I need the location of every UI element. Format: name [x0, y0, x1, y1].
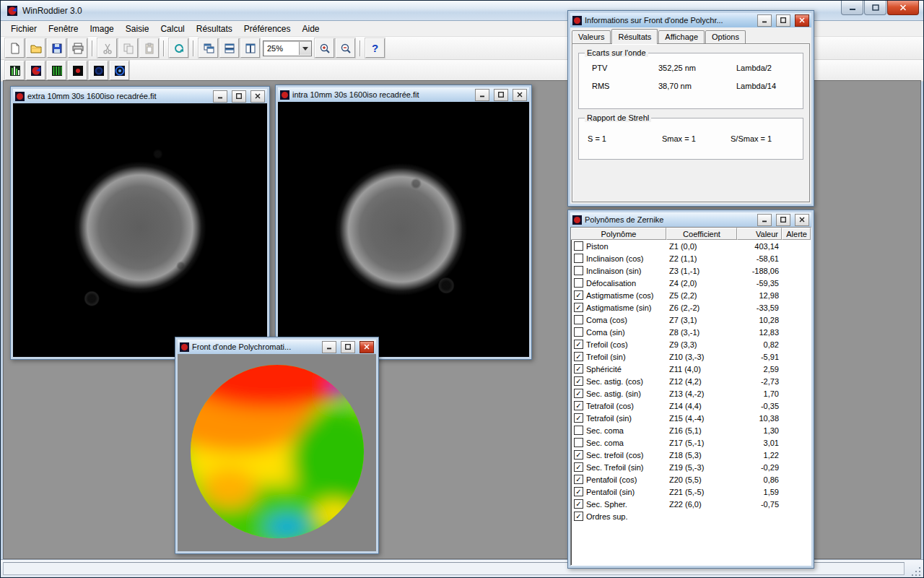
wavefront-maximize-button[interactable]	[341, 341, 355, 353]
histogram-tool-button[interactable]	[5, 61, 25, 80]
info-close-button[interactable]	[795, 14, 809, 27]
zernike-row[interactable]: ✓Tetrafoil (sin)Z15 (4,-4)10,38	[571, 412, 811, 424]
zernike-row[interactable]: Sec. comaZ16 (5,1)1,30	[571, 424, 811, 436]
column-header-coefficient[interactable]: Coefficient	[666, 228, 737, 240]
zernike-row[interactable]: ✓Sec. trefoil (cos)Z18 (5,3)1,22	[571, 449, 811, 461]
zernike-checkbox[interactable]	[574, 241, 583, 251]
zernike-row[interactable]: Sec. comaZ17 (5,-1)3,01	[571, 436, 811, 449]
zernike-checkbox[interactable]: ✓	[574, 352, 583, 361]
zernike-row[interactable]: ✓Pentafoil (cos)Z20 (5,5)0,86	[571, 473, 811, 486]
zernike-row[interactable]: PistonZ1 (0,0)403,14	[571, 240, 811, 252]
zernike-checkbox[interactable]: ✓	[574, 487, 583, 496]
extra-maximize-button[interactable]	[232, 90, 246, 103]
intra-maximize-button[interactable]	[494, 89, 508, 101]
zernike-maximize-button[interactable]	[776, 214, 790, 226]
extra-close-button[interactable]	[250, 90, 265, 103]
zoom-out-button[interactable]	[336, 38, 355, 58]
column-header-alerte[interactable]: Alerte	[782, 228, 811, 240]
zernike-row[interactable]: DéfocalisationZ4 (2,0)-59,35	[571, 277, 811, 289]
zernike-checkbox[interactable]	[574, 438, 583, 447]
stripes-tool-button[interactable]	[47, 61, 66, 80]
intra-close-button[interactable]	[513, 89, 527, 101]
zernike-checkbox[interactable]: ✓	[574, 290, 583, 300]
zernike-checkbox[interactable]: ✓	[574, 462, 583, 472]
zernike-row[interactable]: ✓Ordres sup.	[571, 510, 811, 522]
zernike-checkbox[interactable]: ✓	[574, 303, 583, 312]
zoom-combobox[interactable]: 25%	[263, 40, 312, 56]
info-minimize-button[interactable]	[757, 14, 772, 27]
zernike-row[interactable]: Coma (sin)Z8 (3,-1)12,83	[571, 326, 811, 338]
cut-button[interactable]	[97, 38, 117, 58]
save-button[interactable]	[47, 38, 66, 58]
new-button[interactable]	[5, 38, 25, 58]
menu-calcul[interactable]: Calcul	[154, 22, 190, 35]
zernike-checkbox[interactable]	[574, 266, 583, 275]
tab-options[interactable]: Options	[705, 30, 746, 43]
zernike-minimize-button[interactable]	[757, 214, 772, 226]
resize-grip[interactable]	[912, 566, 922, 576]
zernike-checkbox[interactable]: ✓	[574, 340, 583, 349]
roddier-tool-button[interactable]	[26, 61, 45, 80]
zernike-checkbox[interactable]: ✓	[574, 413, 583, 423]
zernike-checkbox[interactable]: ✓	[574, 475, 583, 484]
zernike-checkbox[interactable]	[574, 278, 583, 288]
defocus-image-tool-button[interactable]	[89, 61, 108, 80]
zernike-checkbox[interactable]	[574, 254, 583, 263]
zernike-checkbox[interactable]	[574, 426, 583, 435]
copy-button[interactable]	[118, 38, 138, 58]
cascade-windows-button[interactable]	[199, 38, 218, 58]
zoom-in-button[interactable]	[315, 38, 334, 58]
tab-affichage[interactable]: Affichage	[658, 30, 705, 43]
tile-vertical-button[interactable]	[240, 38, 260, 58]
zernike-row[interactable]: ✓Astigmatisme (cos)Z5 (2,2)12,98	[571, 289, 811, 301]
combo-dropdown-arrow-icon[interactable]	[299, 42, 311, 55]
zernike-checkbox[interactable]: ✓	[574, 364, 583, 374]
print-button[interactable]	[68, 38, 87, 58]
open-button[interactable]	[26, 38, 45, 58]
menu-resultats[interactable]: Résultats	[191, 22, 238, 35]
zernike-row[interactable]: ✓SphéricitéZ11 (4,0)2,59	[571, 363, 811, 375]
wavefront-titlebar[interactable]: Front d'onde Polychromati...	[178, 340, 376, 354]
intra-titlebar[interactable]: intra 10mm 30s 1600iso recadrée.fit	[278, 87, 529, 102]
help-button[interactable]: ?	[365, 38, 385, 58]
zernike-titlebar[interactable]: Polynômes de Zernike	[570, 212, 811, 227]
zernike-row[interactable]: ✓Sec. astig. (sin)Z13 (4,-2)1,70	[571, 387, 811, 400]
zernike-row[interactable]: ✓Pentafoil (sin)Z21 (5,-5)1,59	[571, 486, 811, 498]
wavefront-close-button[interactable]	[359, 341, 374, 353]
zernike-close-button[interactable]	[795, 214, 809, 226]
zernike-checkbox[interactable]: ✓	[574, 512, 583, 521]
wavefront-minimize-button[interactable]	[322, 341, 336, 353]
zernike-checkbox[interactable]	[574, 327, 583, 337]
zernike-row[interactable]: ✓Tetrafoil (cos)Z14 (4,4)-0,35	[571, 400, 811, 412]
menu-preferences[interactable]: Préférences	[238, 22, 297, 35]
menu-saisie[interactable]: Saisie	[120, 22, 155, 35]
extra-titlebar[interactable]: extra 10mm 30s 1600iso recadrée.fit	[13, 89, 267, 103]
spot-tool-button[interactable]	[68, 61, 87, 80]
intra-minimize-button[interactable]	[475, 89, 489, 101]
menu-fichier[interactable]: Fichier	[5, 22, 43, 35]
tab-resultats[interactable]: Résultats	[611, 29, 658, 44]
zernike-checkbox[interactable]: ✓	[574, 450, 583, 460]
main-minimize-button[interactable]	[841, 1, 863, 15]
zernike-checkbox[interactable]: ✓	[574, 401, 583, 410]
zernike-row[interactable]: ✓Sec. Trefoil (sin)Z19 (5,-3)-0,29	[571, 461, 811, 473]
column-header-polynome[interactable]: Polynôme	[571, 228, 666, 240]
paste-button[interactable]	[139, 38, 159, 58]
zernike-row[interactable]: ✓Sec. Spher.Z22 (6,0)-0,75	[571, 498, 811, 510]
main-maximize-button[interactable]	[864, 1, 886, 15]
menu-fenetre[interactable]: Fenêtre	[43, 22, 84, 35]
info-maximize-button[interactable]	[776, 14, 790, 27]
wavefront-tool-button[interactable]	[110, 61, 129, 80]
extra-minimize-button[interactable]	[213, 90, 227, 103]
zernike-row[interactable]: Coma (cos)Z7 (3,1)10,28	[571, 314, 811, 326]
zernike-row[interactable]: ✓Sec. astig. (cos)Z12 (4,2)-2,73	[571, 375, 811, 387]
zernike-checkbox[interactable]: ✓	[574, 389, 583, 398]
zernike-row[interactable]: ✓Trefoil (cos)Z9 (3,3)0,82	[571, 338, 811, 350]
info-titlebar[interactable]: Informations sur Front d'onde Polychr...	[570, 13, 811, 27]
column-header-valeur[interactable]: Valeur	[737, 228, 782, 240]
zernike-row[interactable]: Inclinaison (cos)Z2 (1,1)-58,61	[571, 252, 811, 264]
refresh-button[interactable]	[169, 38, 188, 58]
tab-valeurs[interactable]: Valeurs	[572, 30, 611, 43]
zernike-checkbox[interactable]: ✓	[574, 499, 583, 509]
zernike-row[interactable]: ✓Astigmatisme (sin)Z6 (2,-2)-33,59	[571, 301, 811, 314]
